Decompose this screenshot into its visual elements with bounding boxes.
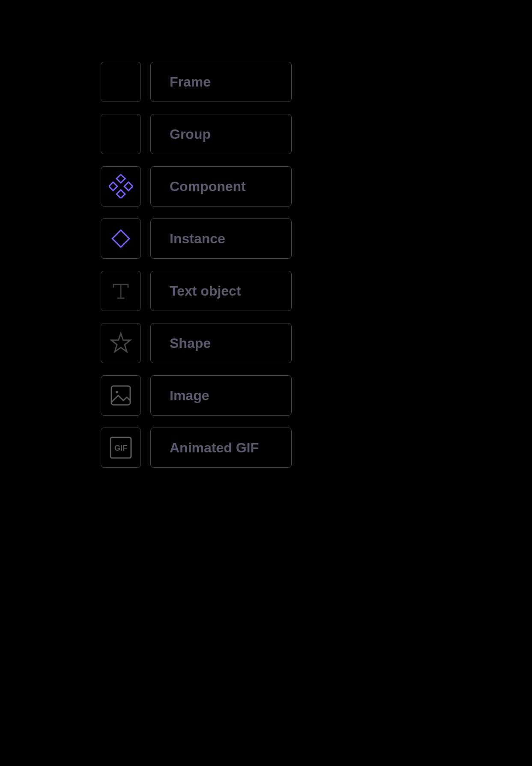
group-icon	[101, 114, 141, 154]
svg-rect-3	[124, 182, 133, 191]
shape-icon	[101, 323, 141, 363]
layer-type-label: Image	[170, 388, 209, 404]
svg-rect-4	[112, 230, 129, 247]
layer-type-label: Frame	[170, 74, 211, 90]
svg-rect-0	[117, 174, 125, 183]
layer-type-frame[interactable]: Frame	[101, 62, 532, 102]
layer-type-list: Frame Group Component	[101, 62, 532, 468]
svg-rect-5	[111, 386, 130, 405]
svg-point-6	[116, 391, 118, 393]
layer-type-instance[interactable]: Instance	[101, 218, 532, 259]
gif-icon: GIF	[101, 428, 141, 468]
label-container: Group	[150, 114, 292, 154]
layer-type-label: Component	[170, 179, 246, 194]
layer-type-text[interactable]: Text object	[101, 271, 532, 311]
instance-icon	[101, 218, 141, 259]
layer-type-label: Shape	[170, 335, 211, 351]
svg-text:GIF: GIF	[114, 444, 127, 452]
svg-rect-1	[117, 190, 125, 198]
label-container: Image	[150, 375, 292, 416]
layer-type-group[interactable]: Group	[101, 114, 532, 154]
label-container: Animated GIF	[150, 428, 292, 468]
frame-icon	[101, 62, 141, 102]
label-container: Instance	[150, 218, 292, 259]
label-container: Frame	[150, 62, 292, 102]
component-icon	[101, 166, 141, 206]
layer-type-gif[interactable]: GIF Animated GIF	[101, 428, 532, 468]
label-container: Component	[150, 166, 292, 206]
image-icon	[101, 375, 141, 416]
layer-type-label: Animated GIF	[170, 440, 259, 456]
layer-type-shape[interactable]: Shape	[101, 323, 532, 363]
layer-type-label: Group	[170, 126, 211, 142]
label-container: Text object	[150, 271, 292, 311]
label-container: Shape	[150, 323, 292, 363]
svg-rect-2	[109, 182, 117, 191]
layer-type-component[interactable]: Component	[101, 166, 532, 206]
layer-type-label: Text object	[170, 283, 241, 299]
layer-type-label: Instance	[170, 231, 225, 247]
layer-type-image[interactable]: Image	[101, 375, 532, 416]
text-icon	[101, 271, 141, 311]
